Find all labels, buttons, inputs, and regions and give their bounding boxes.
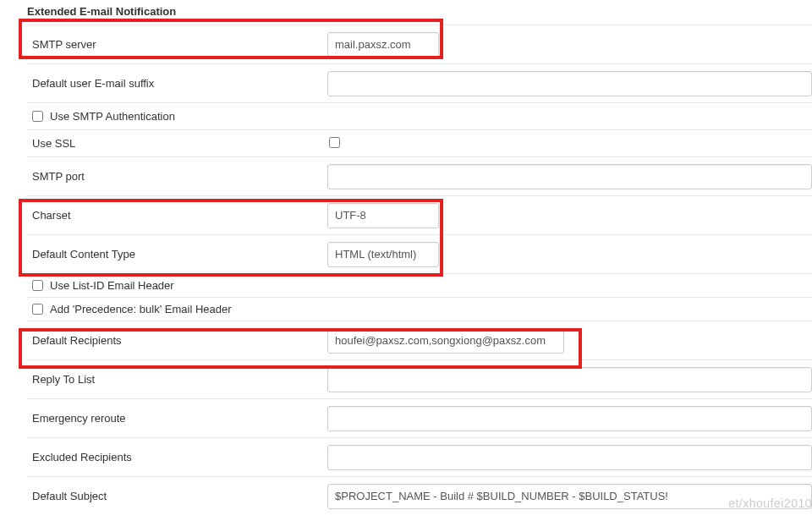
row-smtp-port: SMTP port xyxy=(27,156,812,195)
label-add-precedence: Add 'Precedence: bulk' Email Header xyxy=(50,303,232,315)
input-emergency-reroute[interactable] xyxy=(327,406,812,431)
row-add-precedence: Add 'Precedence: bulk' Email Header xyxy=(27,297,812,321)
label-reply-to-list: Reply To List xyxy=(27,373,327,386)
label-use-smtp-auth: Use SMTP Authentication xyxy=(50,110,175,123)
checkbox-add-precedence[interactable] xyxy=(32,304,43,315)
label-default-content-type: Default Content Type xyxy=(27,248,327,261)
input-charset[interactable] xyxy=(327,203,439,228)
checkbox-use-ssl[interactable] xyxy=(329,137,340,148)
input-default-recipients[interactable] xyxy=(327,328,564,354)
row-excluded-recipients: Excluded Recipients xyxy=(27,437,812,476)
row-default-subject: Default Subject xyxy=(27,476,812,515)
input-reply-to-list[interactable] xyxy=(327,367,812,392)
input-excluded-recipients[interactable] xyxy=(327,445,812,470)
input-default-subject[interactable] xyxy=(327,484,812,509)
input-smtp-port[interactable] xyxy=(327,164,812,189)
section-title: Extended E-mail Notification xyxy=(27,0,812,25)
row-use-list-id: Use List-ID Email Header xyxy=(27,273,812,297)
label-default-subject: Default Subject xyxy=(27,490,327,502)
row-use-ssl: Use SSL xyxy=(27,129,812,156)
row-use-smtp-auth: Use SMTP Authentication xyxy=(27,102,812,129)
label-use-ssl: Use SSL xyxy=(27,137,327,150)
label-smtp-port: SMTP port xyxy=(27,170,327,183)
label-emergency-reroute: Emergency reroute xyxy=(27,412,327,425)
row-smtp-server: SMTP server xyxy=(27,25,812,63)
row-emergency-reroute: Emergency reroute xyxy=(27,398,812,437)
row-default-recipients: Default Recipients xyxy=(27,321,812,359)
label-default-recipients: Default Recipients xyxy=(27,334,327,347)
row-charset: Charset xyxy=(27,195,812,234)
row-default-content-type: Default Content Type xyxy=(27,234,812,273)
label-excluded-recipients: Excluded Recipients xyxy=(27,451,327,463)
input-smtp-server[interactable] xyxy=(327,32,439,58)
label-charset: Charset xyxy=(27,209,327,222)
row-reply-to-list: Reply To List xyxy=(27,359,812,398)
checkbox-use-smtp-auth[interactable] xyxy=(32,111,43,122)
input-default-suffix[interactable] xyxy=(327,71,812,96)
label-default-suffix: Default user E-mail suffix xyxy=(27,77,327,90)
label-use-list-id: Use List-ID Email Header xyxy=(50,279,174,292)
input-default-content-type[interactable] xyxy=(327,242,439,267)
checkbox-use-list-id[interactable] xyxy=(32,280,43,291)
label-smtp-server: SMTP server xyxy=(27,38,327,51)
row-default-suffix: Default user E-mail suffix xyxy=(27,63,812,102)
